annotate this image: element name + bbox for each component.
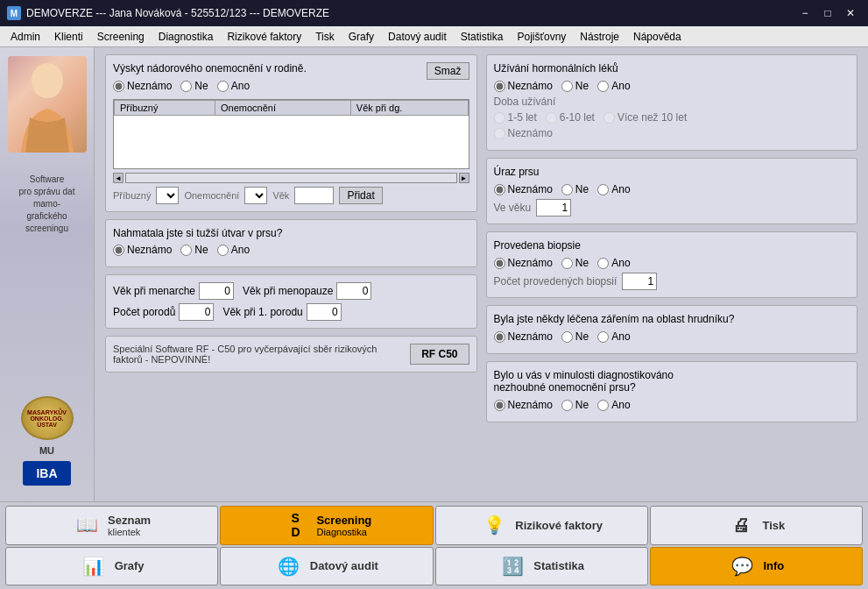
menu-grafy[interactable]: Grafy [342, 29, 381, 45]
uraz-ne[interactable]: Ne [561, 183, 589, 195]
hormony-section: Užívání hormonálních léků Neznámo Ne Ano [486, 54, 858, 151]
data-table: Příbuzný Onemocnění Věk při dg. [114, 100, 469, 116]
close-button[interactable]: ✕ [840, 4, 861, 22]
svg-point-0 [32, 63, 63, 98]
pocet-porodu-input[interactable] [179, 303, 214, 321]
btn-statistika[interactable]: 🔢 Statistika [435, 547, 648, 586]
biopsie-ne[interactable]: Ne [561, 257, 589, 269]
smaz-button[interactable]: Smaž [427, 62, 469, 80]
lecba-nezname[interactable]: Neznámo [494, 330, 553, 343]
col-onemocneni: Onemocnění [215, 101, 350, 116]
scroll-left[interactable]: ◄ [113, 173, 123, 183]
doba-nezname[interactable]: Neznámo [494, 127, 553, 139]
diag-nezname[interactable]: Neznámo [494, 399, 553, 411]
vek-1-porodu-pair: Věk při 1. porodu [222, 303, 341, 321]
add-pribuzny-select[interactable] [156, 187, 179, 204]
btn-rizikove-line1: Rizikové faktory [515, 519, 603, 532]
title-bar-controls[interactable]: − □ ✕ [794, 4, 861, 22]
tuzsi-nezname[interactable]: Neznámo [113, 244, 172, 256]
biopsie-radio-group: Neznámo Ne Ano [494, 257, 850, 269]
maximize-button[interactable]: □ [817, 4, 838, 22]
tuzsi-radio-group: Neznámo Ne Ano [113, 244, 469, 256]
doba-1-5[interactable]: 1-5 let [494, 111, 537, 124]
btn-statistika-text: Statistika [533, 559, 584, 572]
btn-seznam-line2: klientek [108, 527, 140, 537]
col-pribuzny: Příbuzný [115, 101, 215, 116]
family-cancer-nezname[interactable]: Neznámo [113, 80, 172, 92]
bottom-toolbar: 📖 Seznam klientek SD Screening Diagnosti… [0, 501, 868, 589]
scroll-track[interactable] [125, 173, 457, 183]
uraz-nezname[interactable]: Neznámo [494, 183, 553, 195]
diag-ano[interactable]: Ano [597, 399, 630, 411]
lecba-ne[interactable]: Ne [561, 330, 589, 343]
btn-seznam-klientek[interactable]: 📖 Seznam klientek [5, 506, 218, 545]
doba-6-10[interactable]: 6-10 let [546, 111, 595, 124]
btn-statistika-line1: Statistika [533, 559, 584, 572]
rfc50-button[interactable]: RF C50 [410, 344, 469, 365]
btn-screening-diagnostika[interactable]: SD Screening Diagnostika [220, 506, 433, 545]
vek-menarche-input[interactable] [199, 282, 234, 300]
add-vek-input[interactable] [294, 187, 334, 204]
family-cancer-ano[interactable]: Ano [217, 80, 250, 92]
btn-sd-text: Screening Diagnostika [316, 514, 371, 537]
menu-screening[interactable]: Screening [90, 29, 152, 45]
biopsie-pocet-input[interactable] [622, 273, 657, 290]
menu-tisk[interactable]: Tisk [308, 29, 342, 45]
lecba-zarenim-section: Byla jste někdy léčena zářením na oblast… [486, 305, 858, 354]
age-inputs-row2: Počet porodů Věk při 1. porodu [113, 303, 469, 321]
diagnostikovano-radio-group: Neznámo Ne Ano [494, 399, 850, 411]
vek-menopauze-label: Věk při menopauze [243, 285, 333, 297]
menu-pojistovny[interactable]: Pojišťovny [510, 29, 573, 45]
uraz-prsu-section: Úraz prsu Neznámo Ne Ano Ve věku [486, 158, 858, 224]
panel-right: Užívání hormonálních léků Neznámo Ne Ano [486, 54, 858, 422]
diag-ne[interactable]: Ne [561, 399, 589, 411]
lecba-ano[interactable]: Ano [597, 330, 630, 343]
biopsie-ano[interactable]: Ano [597, 257, 630, 269]
biopsie-nezname[interactable]: Neznámo [494, 257, 553, 269]
biopsie-pocet-row: Počet provedených biopsií [494, 273, 850, 290]
hormony-ne[interactable]: Ne [561, 80, 589, 92]
scroll-right[interactable]: ► [459, 173, 469, 183]
vek-menarche-label: Věk při menarche [113, 285, 195, 297]
family-cancer-table: Příbuzný Onemocnění Věk při dg. [113, 99, 469, 169]
lightbulb-icon: 💡 [480, 511, 508, 539]
panel-left: Výskyt nádorového onemocnění v rodině. N… [105, 54, 477, 422]
vek-menopauze-input[interactable] [336, 282, 371, 300]
btn-rizikove-faktory[interactable]: 💡 Rizikové faktory [435, 506, 648, 545]
minimize-button[interactable]: − [794, 4, 815, 22]
hormony-ano[interactable]: Ano [597, 80, 630, 92]
panels-row: Výskyt nádorového onemocnění v rodině. N… [105, 54, 857, 422]
btn-grafy-line1: Grafy [115, 559, 145, 572]
doba-vice-10[interactable]: Více než 10 let [603, 111, 687, 124]
ve-veku-input[interactable] [536, 199, 571, 216]
vek-1-porodu-label: Věk při 1. porodu [222, 306, 302, 318]
hormony-nezname[interactable]: Neznámo [494, 80, 553, 92]
add-onemocneni-select[interactable] [244, 187, 267, 204]
calc-icon: 🔢 [498, 552, 526, 580]
menu-nastroje[interactable]: Nástroje [573, 29, 626, 45]
menu-statistika[interactable]: Statistika [454, 29, 511, 45]
tuzsi-ano[interactable]: Ano [217, 244, 250, 256]
btn-info[interactable]: 💬 Info [650, 547, 863, 586]
family-cancer-ne[interactable]: Ne [180, 80, 208, 92]
add-onemocneni-label: Onemocnění [184, 190, 239, 201]
btn-datovy-audit[interactable]: 🌐 Datový audit [220, 547, 433, 586]
menu-klienti[interactable]: Klienti [47, 29, 90, 45]
scroll-row: ◄ ► [113, 173, 469, 183]
col-vek: Věk při dg. [350, 101, 468, 116]
menu-napoveda[interactable]: Nápověda [626, 29, 688, 45]
uraz-ano[interactable]: Ano [597, 183, 630, 195]
pocet-porodu-label: Počet porodů [113, 306, 175, 318]
menu-diagnostika[interactable]: Diagnostika [152, 29, 221, 45]
vek-1-porodu-input[interactable] [307, 303, 342, 321]
pridat-button[interactable]: Přidat [339, 187, 382, 204]
menu-datovy-audit[interactable]: Datový audit [381, 29, 454, 45]
rfc50-text: Speciální Software RF - C50 pro vyčerpáv… [113, 344, 401, 365]
tuzsi-ne[interactable]: Ne [180, 244, 208, 256]
menu-admin[interactable]: Admin [4, 29, 47, 45]
biopsie-pocet-label: Počet provedených biopsií [494, 275, 617, 287]
btn-grafy[interactable]: 📊 Grafy [5, 547, 218, 586]
menu-rizikove[interactable]: Rizikové faktory [220, 29, 308, 45]
ve-veku-row: Ve věku [494, 199, 850, 216]
btn-tisk[interactable]: 🖨 Tisk [650, 506, 863, 545]
